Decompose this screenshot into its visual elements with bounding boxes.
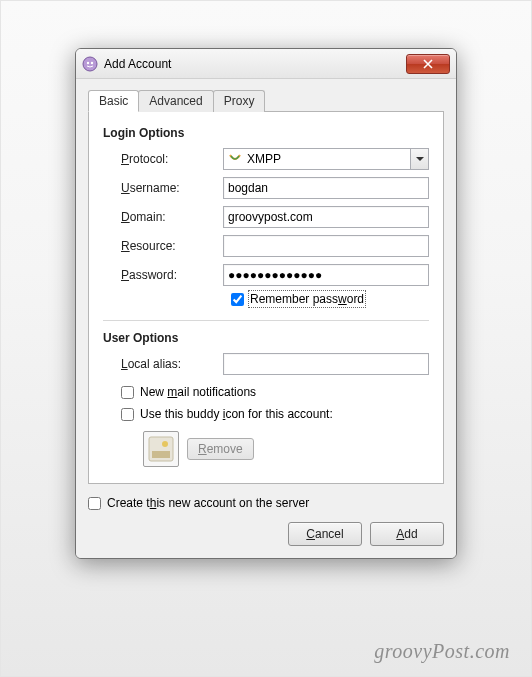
- buddy-icon-label: Use this buddy icon for this account:: [140, 407, 333, 421]
- remember-password-label[interactable]: Remember password: [250, 292, 364, 306]
- user-options-header: User Options: [103, 331, 429, 345]
- resource-label: Resource:: [121, 239, 213, 253]
- domain-label: Domain:: [121, 210, 213, 224]
- add-account-dialog: Add Account Basic Advanced Proxy Login O…: [75, 48, 457, 559]
- tab-basic[interactable]: Basic: [88, 90, 139, 112]
- tabpanel-basic: Login Options Protocol: XMPP Username: D…: [88, 112, 444, 484]
- resource-field[interactable]: [223, 235, 429, 257]
- xmpp-icon: [228, 152, 242, 166]
- close-button[interactable]: [406, 54, 450, 74]
- buddy-icon-row: Use this buddy icon for this account:: [121, 407, 429, 421]
- watermark: groovyPost.com: [374, 640, 510, 663]
- add-button[interactable]: Add: [370, 522, 444, 546]
- new-mail-label: New mail notifications: [140, 385, 256, 399]
- divider: [103, 320, 429, 321]
- protocol-value-area: XMPP: [224, 149, 410, 169]
- remove-icon-button[interactable]: Remove: [187, 438, 254, 460]
- protocol-label: Protocol:: [121, 152, 213, 166]
- local-alias-field[interactable]: [223, 353, 429, 375]
- bottom-area: Create this new account on the server Ca…: [88, 496, 444, 546]
- local-alias-label: Local alias:: [121, 357, 213, 371]
- username-label: Username:: [121, 181, 213, 195]
- protocol-dropdown[interactable]: XMPP: [223, 148, 429, 170]
- svg-rect-5: [152, 451, 170, 458]
- create-account-label: Create this new account on the server: [107, 496, 309, 510]
- buddy-icon-controls: Remove: [143, 431, 429, 467]
- window-title: Add Account: [104, 57, 171, 71]
- login-options-header: Login Options: [103, 126, 429, 140]
- chevron-down-icon[interactable]: [410, 149, 428, 169]
- tab-strip: Basic Advanced Proxy: [88, 89, 444, 112]
- buddy-icon-checkbox[interactable]: [121, 408, 134, 421]
- svg-point-1: [87, 61, 89, 63]
- user-form: Local alias:: [121, 353, 429, 375]
- tab-proxy[interactable]: Proxy: [213, 90, 266, 112]
- create-account-checkbox[interactable]: [88, 497, 101, 510]
- password-label: Password:: [121, 268, 213, 282]
- buddy-icon-preview[interactable]: [143, 431, 179, 467]
- svg-point-0: [83, 57, 97, 71]
- protocol-value: XMPP: [247, 152, 281, 166]
- domain-field[interactable]: [223, 206, 429, 228]
- dialog-buttons: Cancel Add: [88, 522, 444, 546]
- username-field[interactable]: [223, 177, 429, 199]
- cancel-button[interactable]: Cancel: [288, 522, 362, 546]
- create-account-row: Create this new account on the server: [88, 496, 444, 510]
- svg-point-2: [91, 61, 93, 63]
- password-field[interactable]: [223, 264, 429, 286]
- remember-password-row: Remember password: [231, 292, 429, 306]
- login-form: Protocol: XMPP Username: Domain: Resourc…: [121, 148, 429, 286]
- tab-advanced[interactable]: Advanced: [138, 90, 213, 112]
- new-mail-checkbox[interactable]: [121, 386, 134, 399]
- titlebar: Add Account: [76, 49, 456, 79]
- svg-point-4: [162, 441, 168, 447]
- new-mail-row: New mail notifications: [121, 385, 429, 399]
- pidgin-icon: [82, 56, 98, 72]
- remember-password-checkbox[interactable]: [231, 293, 244, 306]
- dialog-body: Basic Advanced Proxy Login Options Proto…: [76, 79, 456, 558]
